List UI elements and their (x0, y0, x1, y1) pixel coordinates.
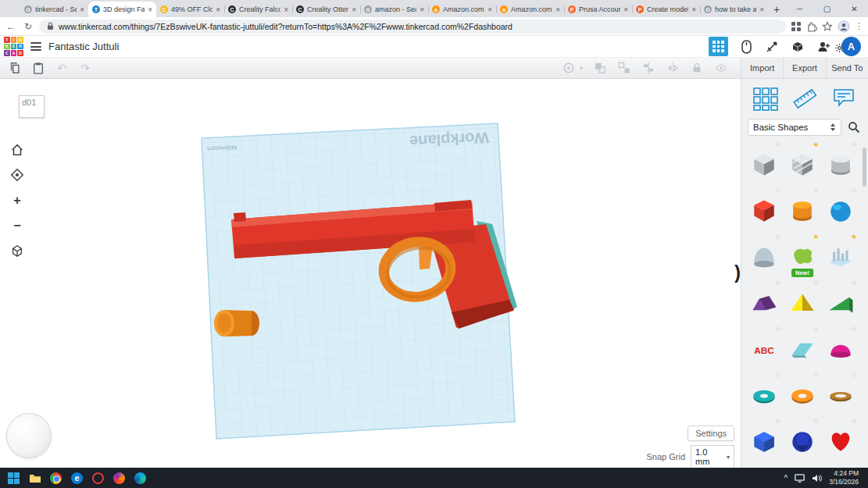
browser-tab[interactable]: PPrusa Account× (564, 2, 632, 17)
import-button[interactable]: Import (741, 58, 784, 78)
notes-tool-button[interactable] (827, 84, 861, 113)
ruler-tool-button[interactable] (788, 84, 822, 113)
tinkercad-logo[interactable]: TINKERCAD (4, 37, 23, 56)
shape-heart-red[interactable]: ☆ (822, 418, 859, 461)
taskbar-clock[interactable]: 4:24 PM 3/16/2026 (829, 469, 859, 486)
show-all-caret-icon[interactable]: ▾ (580, 65, 583, 72)
address-bar[interactable]: www.tinkercad.com/things/7EzBswiveUK-fan… (39, 20, 786, 34)
shape-scribble-green[interactable]: ★New! (784, 233, 821, 277)
align-button[interactable] (641, 61, 655, 75)
account-avatar[interactable]: A (841, 37, 861, 56)
group-button[interactable] (593, 61, 607, 75)
favorite-star-icon[interactable]: ★ (813, 233, 819, 240)
favorite-star-icon[interactable]: ☆ (775, 233, 781, 240)
shape-box-striped[interactable]: ★ (784, 141, 821, 185)
edge-legacy-icon[interactable]: e (70, 472, 84, 485)
file-explorer-icon[interactable] (28, 472, 41, 485)
undo-button[interactable]: ↶ (55, 61, 69, 75)
tab-close-icon[interactable]: × (352, 5, 356, 14)
design-title[interactable]: Fantastic Juttuli (48, 41, 119, 52)
snap-grid-select[interactable]: 1.0 mm ▾ (691, 445, 734, 468)
invite-icon[interactable] (816, 39, 831, 55)
browser-tab[interactable]: C49% OFF Clou...× (156, 2, 224, 17)
favorite-star-icon[interactable]: ☆ (775, 141, 781, 148)
favorite-star-icon[interactable]: ☆ (813, 280, 819, 287)
shape-roof-purple[interactable]: ☆ (746, 280, 783, 323)
tools-icon[interactable] (764, 39, 780, 55)
browser-menu-icon[interactable]: ⋮ (855, 21, 863, 31)
panel-scrollbar[interactable] (863, 148, 866, 187)
box-icon[interactable] (790, 39, 805, 55)
tab-close-icon[interactable]: × (80, 5, 84, 14)
browser-tab[interactable]: Gamazon - Search× (360, 2, 428, 17)
tab-close-icon[interactable]: × (691, 5, 696, 14)
browser-tab[interactable]: Gtinkercad - Search× (20, 2, 88, 17)
favorite-star-icon[interactable]: ☆ (851, 372, 857, 379)
browser-tab[interactable]: T3D design Fantas...× (88, 2, 156, 17)
shape-graph-gray[interactable]: ★ (822, 233, 859, 277)
start-button[interactable] (7, 472, 20, 485)
browser-tab[interactable]: Ghow to take a scr...× (700, 2, 768, 17)
zoom-out-button[interactable]: − (9, 217, 26, 234)
paste-button[interactable] (31, 61, 45, 75)
browser-tab[interactable]: aAmazon.com: SU...× (496, 2, 564, 17)
copy-button[interactable] (8, 61, 22, 75)
mirror-button[interactable] (666, 61, 680, 75)
browser-tab[interactable]: PCreate model | P...× (632, 2, 700, 17)
chrome-icon[interactable] (49, 472, 63, 485)
send-to-button[interactable]: Send To (827, 58, 868, 78)
workplane-tool-button[interactable] (748, 84, 783, 113)
export-button[interactable]: Export (784, 58, 826, 78)
favorite-star-icon[interactable]: ☆ (851, 141, 857, 148)
firefox-icon[interactable] (113, 472, 126, 485)
tab-close-icon[interactable]: × (488, 5, 492, 14)
panel-collapse-handle[interactable]: ) (734, 262, 741, 283)
shape-text-red[interactable]: ☆ABC (746, 326, 783, 369)
lock-button[interactable] (690, 61, 704, 75)
shape-donut-orange[interactable]: ☆ (784, 372, 821, 415)
home-view-button[interactable] (9, 141, 26, 159)
settings-gear-icon[interactable] (835, 41, 844, 55)
view-rotation-ball[interactable] (6, 413, 52, 458)
shape-torus-teal[interactable]: ☆ (746, 372, 783, 415)
3d-canvas[interactable]: Workplane Millimeters (0, 79, 741, 468)
favorite-star-icon[interactable]: ☆ (813, 187, 819, 194)
apps-grid-icon[interactable] (791, 21, 802, 32)
browser-tab[interactable]: CCreality Falcon U...× (224, 2, 292, 17)
mouse-icon[interactable] (738, 39, 754, 55)
redo-button[interactable]: ↷ (78, 61, 92, 75)
cylinder-model[interactable] (214, 310, 259, 337)
tab-close-icon[interactable]: × (623, 5, 628, 14)
shape-box-gray[interactable]: ☆ (746, 141, 783, 185)
main-menu-icon[interactable] (30, 42, 41, 51)
bookmark-star-icon[interactable] (822, 21, 833, 32)
shape-category-select[interactable]: Basic Shapes (748, 119, 841, 136)
shape-search-button[interactable] (846, 119, 862, 135)
new-tab-button[interactable]: + (768, 2, 785, 17)
tab-close-icon[interactable]: × (759, 5, 764, 14)
zoom-in-button[interactable]: + (9, 192, 26, 209)
favorite-star-icon[interactable]: ☆ (775, 418, 781, 425)
shape-sphere-blue[interactable]: ☆ (822, 187, 859, 231)
profile-avatar-icon[interactable] (838, 20, 850, 33)
shape-prism-cyan[interactable]: ☆ (784, 326, 821, 369)
favorite-star-icon[interactable]: ☆ (813, 326, 819, 333)
hide-button[interactable] (714, 61, 728, 75)
tray-expand-icon[interactable]: ^ (784, 474, 788, 483)
back-button[interactable]: ← (5, 20, 17, 33)
tab-close-icon[interactable]: × (420, 5, 424, 14)
extensions-icon[interactable] (806, 21, 817, 32)
tab-close-icon[interactable]: × (555, 5, 560, 14)
shape-ring-brown[interactable]: ☆ (822, 372, 859, 415)
favorite-star-icon[interactable]: ☆ (813, 418, 819, 425)
window-maximize-button[interactable]: ▢ (813, 0, 841, 17)
shape-halfsphere-pink[interactable]: ☆ (822, 326, 859, 369)
settings-button[interactable]: Settings (688, 426, 734, 441)
window-minimize-button[interactable]: ─ (786, 0, 813, 17)
favorite-star-icon[interactable]: ☆ (775, 326, 781, 333)
favorite-star-icon[interactable]: ☆ (851, 418, 857, 425)
shape-paraboloid-gray[interactable]: ☆ (746, 233, 783, 277)
tab-close-icon[interactable]: × (284, 5, 288, 14)
tab-close-icon[interactable]: × (148, 5, 152, 14)
favorite-star-icon[interactable]: ☆ (851, 326, 857, 333)
